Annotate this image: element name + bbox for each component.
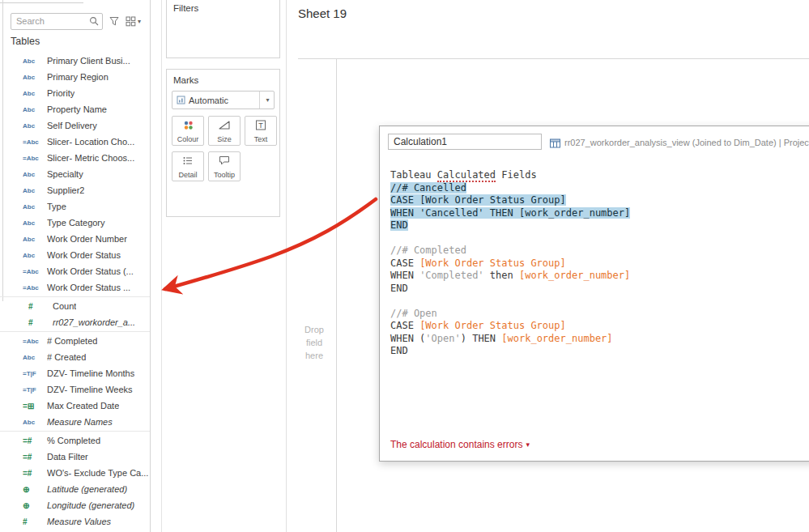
globe-field-type-icon: ⊕ (23, 485, 47, 494)
num-calc-field-type-icon: =# (23, 436, 47, 445)
code-text: END (390, 283, 408, 294)
filter-funnel-icon[interactable] (109, 16, 119, 26)
calculation-name-input[interactable] (388, 134, 542, 150)
field-item[interactable]: AbcSupplier2 (0, 182, 150, 198)
field-item[interactable]: AbcType Category (0, 215, 150, 231)
code-line: Tableau Calculated Fields (390, 169, 809, 182)
detail-button[interactable]: Detail (172, 151, 204, 181)
data-source-table-icon (550, 137, 561, 151)
marks-card: Marks Automatic ▾ Colour (166, 69, 280, 217)
field-item[interactable]: AbcPrimary Client Busi... (0, 53, 150, 69)
code-token: THEN (484, 207, 519, 219)
field-item[interactable]: #Measure Values (0, 513, 150, 530)
field-item[interactable]: AbcWork Order Status (0, 247, 150, 263)
field-item[interactable]: =⊞Max Created Date (0, 398, 150, 414)
field-item[interactable]: AbcSpecialty (0, 166, 150, 182)
field-item[interactable]: =AbcWork Order Status ... (0, 279, 150, 296)
field-item[interactable]: =T|FDZV- Timeline Months (0, 365, 150, 381)
field-label: Work Order Status (... (47, 266, 134, 276)
drop-hint-line: field (296, 336, 332, 349)
field-list: AbcPrimary Client Busi...AbcPrimary Regi… (0, 52, 150, 532)
mark-type-value: Automatic (185, 96, 259, 105)
field-label: DZV- Timeline Weeks (47, 385, 133, 394)
code-token: //# Cancelled (390, 182, 466, 194)
code-token: [work_order_number] (501, 333, 612, 344)
field-item[interactable]: ⊕Latitude (generated) (0, 481, 150, 497)
mark-type-dropdown[interactable]: Automatic ▾ (172, 91, 275, 109)
code-token: //# Completed (390, 245, 466, 256)
search-input[interactable] (11, 16, 89, 26)
field-item[interactable]: AbcProperty Name (0, 101, 150, 117)
calculation-code-editor[interactable]: Tableau Calculated Fields//# CancelledCA… (390, 169, 809, 358)
drop-hint-line: Drop (296, 323, 332, 336)
field-item[interactable]: =AbcSlicer- Location Cho... (0, 134, 150, 150)
text-box-icon: T (255, 119, 266, 134)
code-token: [work_order_number] (519, 207, 630, 219)
field-item[interactable]: AbcType (0, 198, 150, 215)
code-line: //# Completed (390, 245, 809, 257)
field-item[interactable]: =#WO's- Exclude Type Ca... (0, 465, 150, 481)
field-item[interactable]: Abc# Created (0, 349, 150, 365)
field-item[interactable]: AbcPrimary Region (0, 69, 150, 85)
pane-splitter[interactable] (161, 0, 162, 532)
calculation-error-toggle[interactable]: The calculation contains errors ▾ (390, 439, 530, 450)
code-token: Calculated (437, 169, 496, 182)
field-item[interactable]: =#% Completed (0, 432, 150, 449)
field-item[interactable]: AbcMeasure Names (0, 414, 150, 430)
colour-button-label: Colour (177, 135, 199, 143)
tooltip-button[interactable]: Tooltip (208, 151, 241, 181)
code-line: //# Open (390, 308, 809, 321)
field-label: Longitude (generated) (47, 500, 134, 510)
field-label: Slicer- Metric Choos... (47, 153, 134, 163)
sidebar-divider[interactable] (150, 0, 151, 532)
code-token: END (390, 345, 408, 356)
field-item[interactable]: AbcPriority (0, 85, 150, 101)
field-item[interactable]: ⊕Longitude (generated) (0, 497, 150, 513)
code-token: CASE (390, 257, 419, 269)
date-calc-field-type-icon: =⊞ (23, 402, 47, 411)
abc-calc-field-type-icon: =Abc (23, 338, 47, 345)
field-label: Primary Client Busi... (47, 56, 130, 66)
code-token: [Work Order Status Group] (419, 194, 566, 206)
field-item[interactable]: =T|FDZV- Timeline Weeks (0, 381, 150, 398)
search-input-wrap[interactable] (11, 13, 103, 30)
abc-field-type-icon: Abc (23, 219, 47, 227)
field-item[interactable]: AbcSelf Delivery (0, 117, 150, 134)
field-item[interactable]: =AbcSlicer- Metric Choos... (0, 150, 150, 166)
mark-type-caret[interactable]: ▾ (259, 92, 274, 109)
code-line: WHEN 'Cancelled' THEN [work_order_number… (390, 207, 809, 220)
code-line: CASE [Work Order Status Group] (390, 257, 809, 270)
field-item[interactable]: #rr027_workorder_a... (0, 314, 150, 330)
marks-buttons-row2: Detail Tooltip (172, 151, 279, 181)
field-item[interactable]: =#Data Filter (0, 449, 150, 465)
size-button[interactable]: Size (208, 116, 241, 146)
text-button[interactable]: T Text (245, 116, 277, 146)
field-label: Measure Values (47, 517, 111, 526)
globe-field-type-icon: ⊕ (23, 501, 47, 510)
field-label: Max Created Date (47, 401, 119, 411)
abc-calc-field-type-icon: =Abc (23, 138, 47, 146)
sheet-header-divider (298, 58, 809, 59)
filters-card-title: Filters (167, 0, 279, 13)
abc-field-type-icon: Abc (23, 252, 47, 259)
abc-field-type-icon: Abc (23, 90, 47, 97)
field-item[interactable]: =AbcWork Order Status (... (0, 263, 150, 279)
view-options-grid-icon[interactable]: ▾ (126, 16, 141, 27)
field-item[interactable]: AbcWork Order Number (0, 231, 150, 247)
code-text: END (390, 345, 408, 356)
sheet-title[interactable]: Sheet 19 (298, 6, 347, 20)
pane-top-divider (0, 2, 83, 3)
abc-calc-field-type-icon: =Abc (23, 155, 47, 162)
abc-field-type-icon: Abc (23, 236, 47, 243)
code-line: END (390, 283, 809, 296)
num-calc-field-type-icon: =# (23, 469, 47, 478)
abc-field-type-icon: Abc (23, 57, 47, 65)
tooltip-button-label: Tooltip (214, 171, 235, 179)
field-item[interactable]: =Abc# Completed (0, 333, 150, 349)
colour-button[interactable]: Colour (172, 116, 204, 146)
abc-field-type-icon: Abc (23, 203, 47, 211)
sheet-row-divider (336, 58, 337, 532)
drop-field-zone[interactable]: Drop field here (296, 323, 332, 362)
filters-card[interactable]: Filters (166, 0, 280, 58)
field-item[interactable]: #Count (0, 298, 150, 314)
